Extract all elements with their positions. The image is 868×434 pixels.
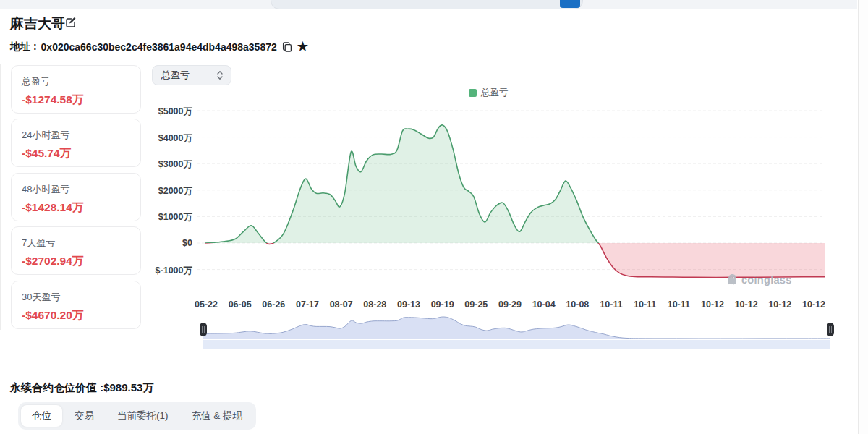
ghost-icon [727, 273, 738, 286]
x-axis-tick: 10-12 [763, 299, 796, 310]
y-axis-tick: $-1000万 [148, 265, 192, 277]
y-axis-tick: $4000万 [148, 132, 192, 145]
watermark-text: coinglass [741, 274, 792, 286]
x-axis-tick: 09-19 [426, 299, 459, 310]
x-axis-tick: 08-28 [358, 299, 391, 310]
navigator-handle-right[interactable] [827, 323, 834, 336]
watermark: coinglass [727, 273, 792, 286]
x-axis-tick: 10-12 [797, 299, 830, 310]
x-axis-tick: 07-17 [291, 299, 324, 310]
x-axis-tick: 10-11 [629, 299, 662, 310]
x-axis-tick: 08-07 [325, 299, 358, 310]
position-value-text: 永续合约仓位价值 :$989.53万 [10, 381, 153, 395]
x-axis-tick: 09-29 [493, 299, 527, 310]
navigator-handle-left[interactable] [200, 323, 207, 336]
tab-当前委托1[interactable]: 当前委托(1) [106, 405, 179, 427]
y-axis-tick: $2000万 [148, 185, 192, 197]
x-axis-tick: 10-12 [730, 299, 763, 310]
x-axis-tick: 09-13 [392, 299, 425, 310]
navigator-band [203, 340, 830, 349]
x-axis-tick: 10-04 [527, 299, 561, 310]
y-axis-tick: $1000万 [148, 211, 192, 224]
navigator-area [203, 317, 830, 339]
page: 麻吉大哥 地址 : 0x020ca66c30bec2c4fe3861a94e4d… [0, 0, 868, 434]
pnl-chart[interactable] [0, 0, 868, 434]
tab-充值提现[interactable]: 充值 & 提现 [181, 405, 254, 427]
x-axis-tick: 09-25 [459, 299, 493, 310]
x-axis-tick: 10-11 [595, 299, 628, 310]
x-axis-tick: 06-26 [257, 299, 290, 310]
y-axis-tick: $5000万 [148, 106, 192, 118]
x-axis-tick: 05-22 [190, 299, 223, 310]
y-axis-tick: $3000万 [148, 158, 192, 171]
y-axis-tick: $0 [148, 238, 192, 248]
x-axis-tick: 10-12 [696, 299, 729, 310]
tab-交易[interactable]: 交易 [64, 405, 105, 427]
x-axis-tick: 06-05 [224, 299, 257, 310]
bottom-tabs: 仓位交易当前委托(1)充值 & 提现 [18, 402, 256, 430]
x-axis-tick: 10-08 [561, 299, 594, 310]
x-axis-tick: 10-11 [662, 299, 695, 310]
tab-仓位[interactable]: 仓位 [21, 405, 62, 427]
